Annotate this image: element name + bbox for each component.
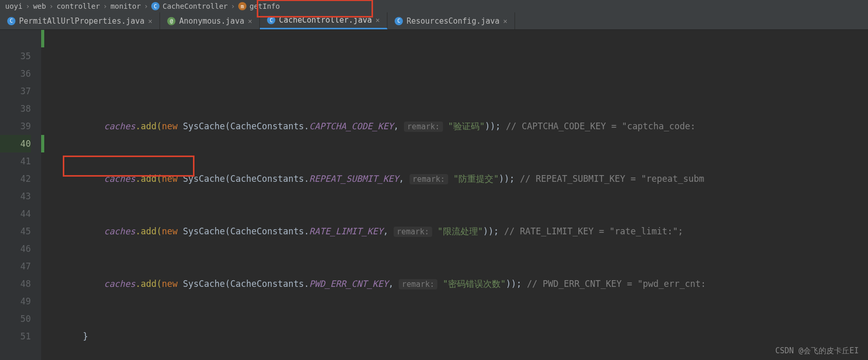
line-number: 37 bbox=[0, 82, 31, 100]
line-number: 38 bbox=[0, 100, 31, 117]
watermark: CSDN @会飞的皮卡丘EI bbox=[775, 346, 859, 356]
tab-cache-controller[interactable]: C CacheController.java × bbox=[260, 12, 387, 29]
class-icon: C bbox=[7, 17, 15, 25]
change-marker bbox=[41, 135, 44, 152]
tab-label: CacheController.java bbox=[279, 15, 372, 25]
tab-anonymous[interactable]: @ Anonymous.java × bbox=[160, 12, 260, 29]
chevron-icon: › bbox=[49, 2, 53, 10]
tab-resources-config[interactable]: C ResourcesConfig.java × bbox=[387, 12, 515, 29]
breadcrumb: uoyi › web › controller › monitor › C Ca… bbox=[0, 0, 868, 12]
annotation-icon: @ bbox=[167, 17, 175, 25]
class-icon: C bbox=[151, 2, 160, 10]
line-number: 41 bbox=[0, 152, 31, 170]
close-icon[interactable]: × bbox=[148, 17, 152, 25]
line-number: 43 bbox=[0, 187, 31, 205]
line-number: 46 bbox=[0, 240, 31, 258]
line-number: 42 bbox=[0, 170, 31, 187]
chevron-icon: › bbox=[103, 2, 107, 10]
tab-label: ResourcesConfig.java bbox=[406, 16, 500, 26]
close-icon[interactable]: × bbox=[248, 17, 252, 25]
chevron-icon: › bbox=[231, 2, 235, 10]
tab-label: Anonymous.java bbox=[179, 16, 244, 26]
close-icon[interactable]: × bbox=[503, 17, 507, 25]
line-number: 47 bbox=[0, 258, 31, 275]
chevron-icon: › bbox=[144, 2, 148, 10]
breadcrumb-seg[interactable]: controller bbox=[57, 2, 100, 10]
breadcrumb-seg[interactable]: web bbox=[33, 2, 46, 10]
editor-tabs: C PermitAllUrlProperties.java × @ Anonym… bbox=[0, 12, 868, 30]
line-number: 50 bbox=[0, 310, 31, 328]
chevron-icon: › bbox=[26, 2, 30, 10]
line-number: 39 bbox=[0, 117, 31, 135]
inline-hint: remark: bbox=[399, 279, 437, 289]
gutter: 35 36 37 38 39 40 41 42 43 44 45 46 47 4… bbox=[0, 30, 41, 360]
line-number: 51 bbox=[0, 328, 31, 345]
breadcrumb-seg[interactable]: uoyi bbox=[5, 2, 23, 10]
breadcrumb-seg[interactable]: monitor bbox=[111, 2, 141, 10]
breadcrumb-class[interactable]: CacheController bbox=[163, 2, 227, 10]
line-number: 49 bbox=[0, 293, 31, 310]
tab-permit-all-url-properties[interactable]: C PermitAllUrlProperties.java × bbox=[0, 12, 160, 29]
code-editor[interactable]: 35 36 37 38 39 40 41 42 43 44 45 46 47 4… bbox=[0, 30, 868, 360]
class-icon: C bbox=[395, 17, 403, 25]
line-number: 35 bbox=[0, 47, 31, 65]
breadcrumb-method[interactable]: getInfo bbox=[250, 2, 280, 10]
change-marker bbox=[41, 30, 44, 47]
line-number: 48 bbox=[0, 275, 31, 293]
tab-label: PermitAllUrlProperties.java bbox=[19, 16, 145, 26]
inline-hint: remark: bbox=[410, 174, 448, 184]
inline-hint: remark: bbox=[404, 122, 442, 132]
method-icon: m bbox=[238, 2, 246, 10]
line-number: 40 bbox=[0, 135, 31, 152]
line-number: 44 bbox=[0, 205, 31, 222]
inline-hint: remark: bbox=[394, 227, 432, 237]
line-number: 45 bbox=[0, 222, 31, 240]
close-icon[interactable]: × bbox=[376, 16, 380, 24]
line-number bbox=[0, 30, 31, 47]
line-number: 36 bbox=[0, 65, 31, 82]
code-area[interactable]: caches.add(new SysCache(CacheConstants.C… bbox=[41, 30, 868, 360]
class-icon: C bbox=[267, 16, 275, 24]
